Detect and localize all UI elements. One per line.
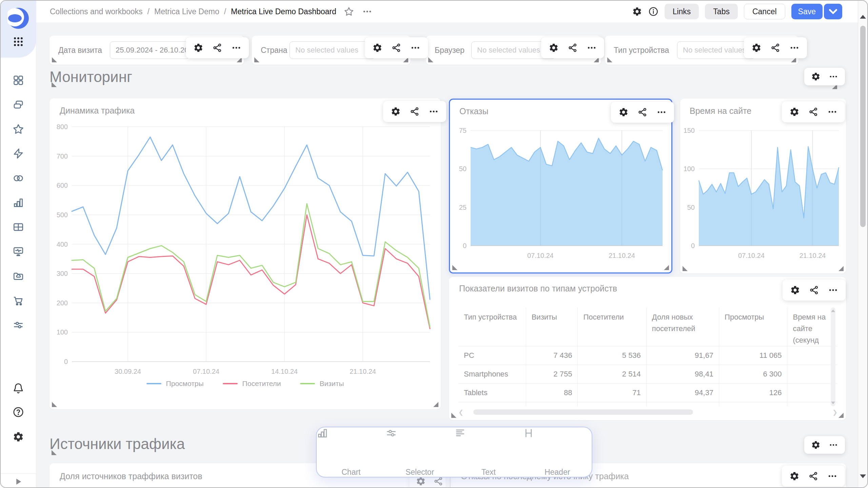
- table-header-cell[interactable]: Просмотры: [719, 307, 787, 346]
- legend-item[interactable]: Визиты: [300, 380, 344, 388]
- table-vertical-scrollbar[interactable]: [831, 307, 835, 406]
- widget-links-icon[interactable]: [410, 106, 420, 117]
- favorite-star-icon[interactable]: [344, 6, 354, 17]
- sidebar-item-services-icon[interactable]: [13, 319, 24, 331]
- cancel-button[interactable]: Cancel: [744, 4, 785, 19]
- add-chart-button[interactable]: Chart: [317, 427, 386, 477]
- widget-links-icon[interactable]: [808, 471, 818, 481]
- widget-more-icon[interactable]: [429, 106, 439, 117]
- settings-gear-icon[interactable]: [13, 431, 24, 443]
- save-button[interactable]: Save: [791, 4, 823, 19]
- links-button[interactable]: Links: [665, 4, 699, 19]
- country-select-input[interactable]: No selected values: [290, 41, 375, 59]
- scroll-right-icon[interactable]: ❯: [832, 409, 837, 416]
- traffic-dynamics-chart[interactable]: 010020030040050060070080030.09.2407.10.2…: [56, 120, 434, 378]
- resize-handle[interactable]: [839, 413, 844, 418]
- datalens-logo[interactable]: [7, 7, 29, 29]
- breadcrumb-workbook[interactable]: Metrica Live Demo: [154, 7, 219, 16]
- sidebar-item-monitoring-icon[interactable]: [13, 246, 24, 257]
- widget-links-icon[interactable]: [391, 43, 401, 53]
- widget-more-icon[interactable]: [656, 107, 667, 117]
- widget-links-icon[interactable]: [212, 43, 222, 53]
- sidebar-item-marketplace-icon[interactable]: [13, 295, 24, 306]
- add-text-button[interactable]: Text: [454, 427, 523, 477]
- widget-settings-gear-icon[interactable]: [751, 43, 762, 53]
- resize-handle[interactable]: [664, 265, 669, 270]
- table-horizontal-scrollbar[interactable]: ❮ ❯: [458, 409, 837, 415]
- resize-handle[interactable]: [428, 57, 433, 62]
- widget-settings-gear-icon[interactable]: [789, 471, 800, 481]
- chart-card-bounces-selected[interactable]: Отказы 025507507.10.2421.10.24: [449, 99, 672, 273]
- sidebar-item-dashboards-icon[interactable]: [13, 75, 24, 86]
- widget-settings-gear-icon[interactable]: [790, 285, 800, 295]
- help-icon[interactable]: [13, 406, 24, 418]
- sidebar-item-favorites-icon[interactable]: [13, 123, 24, 135]
- resize-handle[interactable]: [607, 57, 612, 62]
- widget-settings-gear-icon[interactable]: [193, 43, 203, 53]
- dashboard-settings-gear-icon[interactable]: [632, 6, 642, 17]
- scroll-left-icon[interactable]: ❮: [458, 409, 463, 416]
- table-header-cell[interactable]: Визиты: [526, 307, 578, 346]
- widget-settings-gear-icon[interactable]: [811, 440, 821, 450]
- widget-links-icon[interactable]: [808, 107, 818, 117]
- table-header-cell[interactable]: Доля новых посетителей: [646, 307, 719, 346]
- widget-settings-gear-icon[interactable]: [416, 476, 426, 486]
- legend-item[interactable]: Просмотры: [146, 380, 204, 388]
- resize-handle[interactable]: [452, 265, 457, 270]
- sidebar-item-charts-icon[interactable]: [13, 197, 24, 208]
- widget-links-icon[interactable]: [568, 43, 578, 53]
- breadcrumb-more-icon[interactable]: [362, 6, 372, 17]
- widget-links-icon[interactable]: [809, 285, 819, 295]
- widget-links-icon[interactable]: [770, 43, 781, 53]
- sidebar-item-storage-icon[interactable]: [13, 270, 24, 282]
- table-header-cell[interactable]: Тип устройства: [458, 307, 526, 346]
- scroll-up-icon[interactable]: [831, 309, 835, 312]
- resize-handle[interactable]: [52, 402, 57, 407]
- sidebar-item-datasets-icon[interactable]: [13, 221, 24, 233]
- widget-settings-gear-icon[interactable]: [811, 72, 821, 81]
- add-selector-button[interactable]: Selector: [386, 427, 454, 477]
- resize-handle[interactable]: [451, 413, 456, 418]
- scroll-up-icon[interactable]: [860, 15, 866, 19]
- table-header-cell[interactable]: Время на сайте (секунд: [787, 307, 837, 346]
- widget-settings-gear-icon[interactable]: [372, 43, 382, 53]
- widget-settings-gear-icon[interactable]: [618, 107, 629, 117]
- scrollbar-thumb[interactable]: [860, 26, 866, 227]
- widget-more-icon[interactable]: [827, 107, 837, 117]
- resize-handle[interactable]: [839, 266, 844, 271]
- table-header-cell[interactable]: Посетители: [578, 307, 646, 346]
- scroll-down-icon[interactable]: [860, 474, 866, 478]
- resize-handle[interactable]: [683, 266, 688, 271]
- sidebar-item-quick-icon[interactable]: [13, 148, 24, 159]
- breadcrumb-collections[interactable]: Collections and workbooks: [50, 7, 143, 16]
- sidebar-item-connections-icon[interactable]: [13, 172, 24, 184]
- widget-more-icon[interactable]: [829, 72, 838, 81]
- widget-more-icon[interactable]: [829, 440, 838, 450]
- notifications-bell-icon[interactable]: [13, 383, 24, 394]
- bounces-chart[interactable]: 025507507.10.2421.10.24: [454, 120, 667, 264]
- time-on-site-chart[interactable]: 05010015007.10.2421.10.24: [683, 120, 843, 264]
- resize-handle[interactable]: [254, 57, 259, 62]
- scrollbar-thumb[interactable]: [473, 409, 693, 415]
- resize-handle[interactable]: [52, 450, 57, 455]
- page-scrollbar[interactable]: [858, 1, 867, 488]
- scroll-down-icon[interactable]: [831, 402, 835, 404]
- legend-item[interactable]: Посетители: [223, 380, 281, 388]
- widget-settings-gear-icon[interactable]: [789, 107, 800, 117]
- save-dropdown-button[interactable]: [824, 4, 842, 19]
- widget-more-icon[interactable]: [231, 43, 241, 53]
- sidebar-item-collections-icon[interactable]: [13, 99, 24, 110]
- widget-more-icon[interactable]: [789, 43, 800, 53]
- widget-more-icon[interactable]: [827, 471, 837, 481]
- widget-settings-gear-icon[interactable]: [391, 106, 401, 117]
- info-icon[interactable]: [648, 6, 658, 17]
- widget-more-icon[interactable]: [410, 43, 420, 53]
- device-type-select-input[interactable]: No selected values: [677, 41, 755, 59]
- widget-links-icon[interactable]: [433, 476, 443, 486]
- widget-links-icon[interactable]: [637, 107, 648, 117]
- tabs-button[interactable]: Tabs: [705, 4, 738, 19]
- widget-settings-gear-icon[interactable]: [549, 43, 559, 53]
- expand-sidebar-icon[interactable]: [14, 476, 23, 486]
- widget-more-icon[interactable]: [587, 43, 597, 53]
- resize-handle[interactable]: [433, 402, 438, 407]
